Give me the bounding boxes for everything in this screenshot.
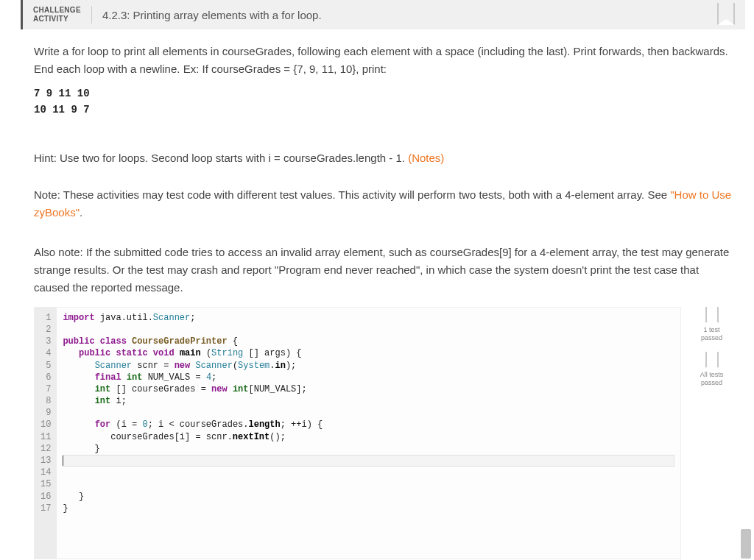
code-editor[interactable]: 1234567891011121314151617 import java.ut… <box>34 307 681 559</box>
also-note-paragraph: Also note: If the submitted code tries t… <box>34 244 732 297</box>
code-content[interactable]: import java.util.Scanner; public class C… <box>57 308 680 559</box>
line-number-gutter: 1234567891011121314151617 <box>35 308 57 559</box>
challenge-header: CHALLENGE ACTIVITY 4.2.3: Printing array… <box>21 0 745 29</box>
bookmark-icon[interactable] <box>717 3 735 25</box>
one-test-label: 1 test passed <box>691 326 732 342</box>
one-test-status: 1 test passed <box>691 307 732 342</box>
challenge-title: 4.2.3: Printing array elements with a fo… <box>102 9 322 21</box>
all-tests-label: All tests passed <box>691 371 732 387</box>
test-status-panel: 1 test passed All tests passed <box>691 307 732 397</box>
challenge-badge: CHALLENGE ACTIVITY <box>33 6 92 24</box>
challenge-badge-line1: CHALLENGE <box>33 6 81 15</box>
sample-output: 7 9 11 10 10 11 9 7 <box>34 85 732 118</box>
hint-paragraph: Hint: Use two for loops. Second loop sta… <box>34 149 732 167</box>
prompt-block: Write a for loop to print all elements i… <box>21 29 745 307</box>
hint-text: Hint: Use two for loops. Second loop sta… <box>34 152 408 164</box>
all-tests-status: All tests passed <box>691 352 732 387</box>
note-suffix: . <box>80 206 82 219</box>
status-icon <box>705 352 719 368</box>
scrollbar-thumb[interactable] <box>741 529 751 559</box>
note-paragraph: Note: These activities may test code wit… <box>34 186 732 221</box>
status-icon <box>705 307 719 323</box>
challenge-badge-line2: ACTIVITY <box>33 15 81 24</box>
note-text: Note: These activities may test code wit… <box>34 188 670 201</box>
notes-link[interactable]: (Notes) <box>408 152 444 164</box>
prompt-paragraph-1: Write a for loop to print all elements i… <box>34 43 732 78</box>
